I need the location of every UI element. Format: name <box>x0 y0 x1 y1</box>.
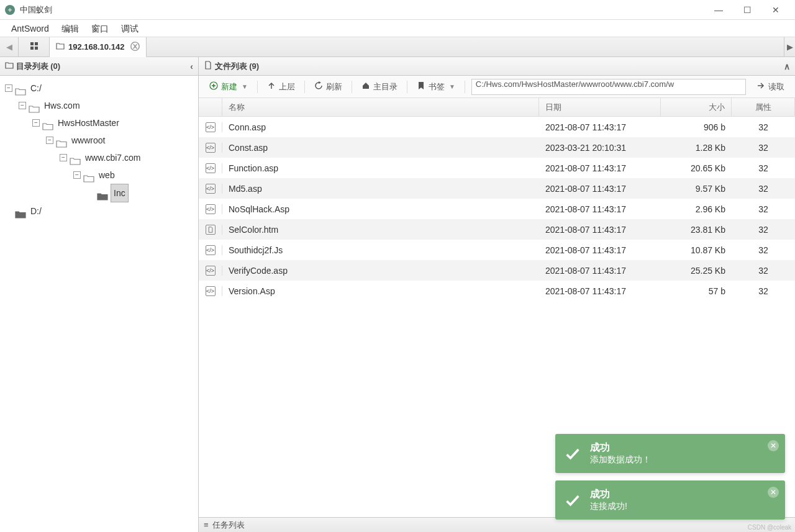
folder-icon <box>15 207 26 215</box>
toast-container: 成功 添加数据成功！ ✕ 成功 连接成功! ✕ <box>555 434 785 520</box>
tab-close-icon[interactable]: ⓧ <box>130 41 140 53</box>
tree-node[interactable]: D:/ <box>2 202 196 220</box>
task-list-label: 任务列表 <box>212 520 245 531</box>
directory-panel-header: 目录列表 (0) ‹ <box>0 57 198 76</box>
toast-title: 成功 <box>590 441 651 454</box>
arrow-right-icon <box>756 81 765 92</box>
tree-toggle-icon[interactable]: − <box>5 84 12 92</box>
file-row-attr: 32 <box>732 266 795 276</box>
toast-close-icon[interactable]: ✕ <box>768 440 779 451</box>
close-button[interactable]: ✕ <box>761 0 790 20</box>
folder-icon <box>29 101 40 110</box>
col-date-header[interactable]: 日期 <box>539 98 661 116</box>
file-row-size: 23.81 Kb <box>661 225 732 235</box>
file-table-header: 名称 日期 大小 属性 <box>199 98 795 117</box>
doc-file-icon <box>206 225 216 235</box>
menu-window[interactable]: 窗口 <box>85 20 115 37</box>
menu-antsword[interactable]: AntSword <box>5 20 55 37</box>
col-attr-header[interactable]: 属性 <box>732 98 795 116</box>
tree-toggle-icon[interactable]: − <box>32 119 40 127</box>
file-row[interactable]: </> Md5.asp 2021-08-07 11:43:17 9.57 Kb … <box>199 178 795 199</box>
home-icon <box>361 81 370 92</box>
tree-label: Inc <box>111 184 129 202</box>
tab-host[interactable]: 192.168.10.142 ⓧ <box>50 37 147 57</box>
directory-panel: 目录列表 (0) ‹ −C:/−Hws.com−HwsHostMaster−ww… <box>0 57 199 532</box>
file-row-name: NoSqlHack.Asp <box>222 204 539 214</box>
refresh-button[interactable]: 刷新 <box>307 79 349 95</box>
file-row[interactable]: </> Southidcj2f.Js 2021-08-07 11:43:17 1… <box>199 240 795 260</box>
tree-node[interactable]: −Hws.com <box>2 97 196 114</box>
tab-home[interactable] <box>19 37 50 56</box>
tree-toggle-icon[interactable]: − <box>60 154 67 161</box>
collapse-left-icon[interactable]: ‹ <box>190 61 193 71</box>
col-icon-header[interactable] <box>199 98 222 116</box>
file-row[interactable]: </> Conn.asp 2021-08-07 11:43:17 906 b 3… <box>199 117 795 137</box>
file-row[interactable]: </> NoSqlHack.Asp 2021-08-07 11:43:17 2.… <box>199 199 795 219</box>
read-button[interactable]: 读取 <box>750 79 791 95</box>
tree-label: web <box>97 166 117 184</box>
tree-toggle-icon[interactable]: − <box>19 102 26 109</box>
file-row[interactable]: SelColor.htm 2021-08-07 11:43:17 23.81 K… <box>199 219 795 240</box>
menu-debug[interactable]: 调试 <box>115 20 145 37</box>
refresh-button-label: 刷新 <box>326 81 342 92</box>
tree-toggle-icon[interactable]: − <box>73 171 81 179</box>
menu-edit[interactable]: 编辑 <box>55 20 85 37</box>
path-input[interactable]: C:/Hws.com/HwsHostMaster/wwwroot/www.cbi… <box>471 79 746 95</box>
file-row-size: 20.65 Kb <box>661 163 732 173</box>
up-button[interactable]: 上层 <box>260 79 302 95</box>
list-icon: ≡ <box>204 520 209 530</box>
tree-node[interactable]: Inc <box>2 184 196 202</box>
folder-icon <box>5 61 14 71</box>
tree-node[interactable]: −web <box>2 166 196 184</box>
file-panel-title: 文件列表 <box>215 61 247 72</box>
home-button[interactable]: 主目录 <box>355 79 404 95</box>
tree-label: D:/ <box>29 202 43 220</box>
file-row-name: Southidcj2f.Js <box>222 245 539 255</box>
tree-node[interactable]: −C:/ <box>2 79 196 97</box>
watermark: CSDN @coleak <box>748 524 791 531</box>
window-controls: — ☐ ✕ <box>704 0 790 20</box>
tree-label: C:/ <box>29 79 43 97</box>
file-row-date: 2021-08-07 11:43:17 <box>539 225 661 235</box>
file-row[interactable]: </> Function.asp 2021-08-07 11:43:17 20.… <box>199 158 795 178</box>
refresh-icon <box>314 81 323 92</box>
file-row-icon: </> <box>199 163 222 173</box>
svg-rect-4 <box>35 47 38 50</box>
new-button[interactable]: 新建 ▼ <box>202 79 255 95</box>
read-button-label: 读取 <box>768 81 784 92</box>
file-row[interactable]: </> Const.asp 2023-03-21 20:10:31 1.28 K… <box>199 137 795 158</box>
separator <box>465 81 465 93</box>
col-size-header[interactable]: 大小 <box>661 98 732 116</box>
file-row-icon: </> <box>199 245 222 255</box>
grid-icon <box>30 42 39 52</box>
new-button-label: 新建 <box>221 81 237 92</box>
folder-icon <box>56 136 67 145</box>
maximize-button[interactable]: ☐ <box>733 0 761 20</box>
code-file-icon: </> <box>206 245 216 255</box>
toast-close-icon[interactable]: ✕ <box>768 487 779 498</box>
tab-nav-back[interactable]: ◀ <box>0 37 19 56</box>
tree-label: www.cbi7.com <box>83 149 142 166</box>
file-row-date: 2021-08-07 11:43:17 <box>539 204 661 214</box>
file-panel-count: (9) <box>249 61 259 71</box>
directory-tree[interactable]: −C:/−Hws.com−HwsHostMaster−wwwroot−www.c… <box>0 76 198 532</box>
tree-toggle-icon[interactable]: − <box>46 137 53 144</box>
collapse-right-icon[interactable]: ∧ <box>784 61 790 71</box>
file-row-name: Version.Asp <box>222 286 539 296</box>
file-row-icon <box>199 225 222 235</box>
tree-node[interactable]: −www.cbi7.com <box>2 149 196 166</box>
tree-label: wwwroot <box>70 132 107 149</box>
file-row-name: VerifyCode.asp <box>222 266 539 276</box>
tree-node[interactable]: −HwsHostMaster <box>2 114 196 132</box>
tree-node[interactable]: −wwwroot <box>2 132 196 149</box>
file-row[interactable]: </> VerifyCode.asp 2021-08-07 11:43:17 2… <box>199 260 795 281</box>
file-row-attr: 32 <box>732 143 795 153</box>
file-row-icon: </> <box>199 143 222 153</box>
file-row-date: 2021-08-07 11:43:17 <box>539 184 661 194</box>
col-name-header[interactable]: 名称 <box>222 98 539 116</box>
file-icon <box>204 61 212 71</box>
minimize-button[interactable]: — <box>704 0 733 20</box>
tab-scroll-right[interactable]: ▶ <box>784 37 795 56</box>
file-row[interactable]: </> Version.Asp 2021-08-07 11:43:17 57 b… <box>199 281 795 301</box>
bookmark-button[interactable]: 书签 ▼ <box>410 79 462 95</box>
